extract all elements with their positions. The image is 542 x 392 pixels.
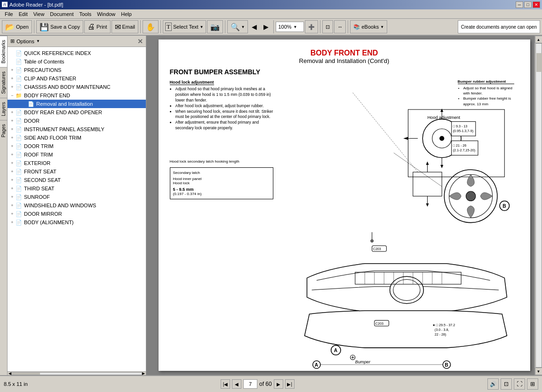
- close-button[interactable]: ✕: [533, 1, 540, 8]
- grid-view-button[interactable]: ⊞: [527, 378, 538, 390]
- scroll-down-button[interactable]: ▼: [535, 368, 542, 375]
- next-page-view[interactable]: ▶: [261, 20, 271, 33]
- bottom-nav-area: 8.5 x 11 in: [4, 381, 28, 387]
- doc-icon: 📄: [15, 160, 23, 166]
- last-page-button[interactable]: ▶|: [285, 379, 295, 389]
- minimize-button[interactable]: ─: [516, 1, 523, 8]
- prev-page-view[interactable]: ◀: [249, 20, 260, 33]
- maximize-button[interactable]: □: [524, 1, 532, 8]
- right-scrollbar[interactable]: ▲ ▼: [534, 36, 542, 375]
- nav-controls: |◀ ◀ of 60 ▶ ▶|: [221, 379, 295, 389]
- scroll-track[interactable]: [11, 372, 142, 375]
- pdf-text-column: Hood lock adjustment Adjust hood so that…: [170, 79, 273, 361]
- tree-item-front-seat[interactable]: + 📄 FRONT SEAT: [8, 167, 146, 176]
- zoom-in-button[interactable]: ➕: [305, 20, 318, 33]
- scroll-track[interactable]: [535, 43, 542, 368]
- tree-item-body-front[interactable]: − 📁 BODY FRONT END: [8, 91, 146, 100]
- tree-label: CHASSIS AND BODY MAINTENANC: [24, 84, 111, 90]
- tree-item-precautions[interactable]: + 📄 PRECAUTIONS: [8, 66, 146, 74]
- fit-page-button[interactable]: ⊡: [322, 20, 333, 33]
- menu-help[interactable]: Help: [118, 10, 135, 18]
- panel-options-button[interactable]: ⊞ Options ▼: [10, 38, 40, 44]
- doc-icon: 📄: [15, 134, 23, 141]
- horizontal-scrollbar[interactable]: ◀ ▶: [8, 371, 146, 375]
- menu-window[interactable]: Window: [94, 10, 118, 18]
- tree-item-chassis[interactable]: + 📄 CHASSIS AND BODY MAINTENANC: [8, 83, 146, 91]
- tree-item-roof-trim[interactable]: + 📄 ROOF TRIM: [8, 150, 146, 159]
- first-page-button[interactable]: |◀: [221, 379, 230, 389]
- expand-icon: +: [9, 110, 15, 115]
- panel-options-label: Options: [16, 39, 34, 44]
- tree-item-toc[interactable]: 📄 Table of Contents: [8, 57, 146, 66]
- zoom-out-button[interactable]: 🔍 ▼: [227, 20, 248, 33]
- open-button[interactable]: 📂 Open: [2, 20, 32, 33]
- menu-view[interactable]: View: [31, 10, 48, 18]
- fullscreen-button[interactable]: ⛶: [514, 378, 525, 390]
- zoom-dropdown-icon: ▼: [241, 25, 245, 29]
- hood-lock-item-2: After hood lock adjustment, adjust bumpe…: [175, 103, 273, 109]
- toolbar-separator-1: [34, 20, 34, 33]
- title-bar-text: Adobe Reader - [bt.pdf]: [9, 2, 63, 8]
- dimension-1-in: (0.197 - 0.374 in): [173, 192, 270, 196]
- tree-item-instrument[interactable]: + 📄 INSTRUMENT PANEL ASSEMBLY: [8, 125, 146, 133]
- svg-text:(3.0 - 3.8,: (3.0 - 3.8,: [434, 328, 449, 332]
- audio-button[interactable]: 🔊: [487, 378, 499, 390]
- doc-icon: 📄: [15, 58, 23, 65]
- svg-text:C203: C203: [373, 247, 381, 251]
- current-page-input[interactable]: [243, 379, 257, 389]
- print-button[interactable]: 🖨 Print: [84, 20, 111, 33]
- tree-item-quick-ref[interactable]: 📄 QUICK REFERENCE INDEX: [8, 49, 146, 57]
- pdf-scroll[interactable]: BODY FRONT END Removal and Installation …: [146, 36, 542, 375]
- doc-icon: 📄: [27, 101, 35, 107]
- menu-bar: File Edit View Document Tools Window Hel…: [0, 9, 542, 19]
- expand-icon: +: [9, 211, 15, 217]
- pages-tab[interactable]: Pages: [0, 120, 7, 141]
- save-button[interactable]: 💾 Save a Copy: [36, 20, 83, 33]
- tree-item-door-trim[interactable]: + 📄 DOOR TRIM: [8, 142, 146, 150]
- tree-item-side-floor[interactable]: + 📄 SIDE AND FLOOR TRIM: [8, 133, 146, 142]
- expand-icon: +: [9, 177, 15, 183]
- toolbar-separator-6: [320, 20, 320, 33]
- tree-item-door-mirror[interactable]: + 📄 DOOR MIRROR: [8, 210, 146, 218]
- hand-icon: ✋: [146, 23, 155, 31]
- panel-close-button[interactable]: ✕: [137, 38, 143, 45]
- expand-icon: +: [9, 169, 15, 174]
- prev-page-button[interactable]: ◀: [232, 379, 241, 389]
- svg-marker-24: [426, 162, 429, 165]
- tree-item-third-seat[interactable]: + 📄 THIRD SEAT: [8, 184, 146, 193]
- tree-label: CLIP AND FASTENER: [24, 76, 76, 81]
- tree-item-clip[interactable]: + 📄 CLIP AND FASTENER: [8, 74, 146, 83]
- create-docs-button[interactable]: Create documents anyone can open: [458, 20, 540, 33]
- tree-item-second-seat[interactable]: + 📄 SECOND SEAT: [8, 176, 146, 184]
- layers-tab[interactable]: Layers: [0, 98, 7, 120]
- email-button[interactable]: ✉ Email: [112, 20, 139, 33]
- select-text-button[interactable]: T Select Text ▼: [163, 20, 206, 33]
- svg-rect-22: [413, 172, 441, 196]
- next-page-button[interactable]: ▶: [274, 379, 283, 389]
- scroll-up-button[interactable]: ▲: [535, 36, 542, 43]
- doc-icon: 📄: [15, 67, 23, 73]
- tree-label: BODY REAR END AND OPENER: [24, 110, 102, 115]
- menu-document[interactable]: Document: [47, 10, 76, 18]
- zoom-fit-button[interactable]: ⊡: [501, 378, 512, 390]
- tree-item-windshield[interactable]: + 📄 WINDSHIELD AND WINDOWS: [8, 201, 146, 210]
- menu-edit[interactable]: Edit: [16, 10, 31, 18]
- signatures-tab[interactable]: Signatures: [0, 67, 7, 98]
- doc-icon: 📄: [15, 194, 23, 200]
- doc-icon: 📄: [15, 151, 23, 158]
- tree-item-body-align[interactable]: + 📄 BODY (ALIGNMENT): [8, 218, 146, 227]
- tree-item-body-rear[interactable]: + 📄 BODY REAR END AND OPENER: [8, 108, 146, 117]
- ebooks-button[interactable]: 📚 eBooks ▼: [350, 20, 387, 33]
- tree-item-door[interactable]: + 📄 DOOR: [8, 117, 146, 125]
- tree-item-removal[interactable]: 📄 Removal and Installation: [8, 100, 146, 108]
- bookmarks-tab[interactable]: Bookmarks: [0, 36, 7, 67]
- expand-icon: [22, 101, 27, 107]
- tree-item-sunroof[interactable]: + 📄 SUNROOF: [8, 193, 146, 201]
- hand-tool-button[interactable]: ✋: [143, 20, 159, 33]
- menu-tools[interactable]: Tools: [77, 10, 95, 18]
- fit-width-button[interactable]: ↔: [334, 20, 346, 33]
- menu-file[interactable]: File: [2, 10, 16, 18]
- tree-item-exterior[interactable]: + 📄 EXTERIOR: [8, 159, 146, 167]
- snapshot-button[interactable]: 📷: [207, 20, 223, 33]
- scroll-thumb: [12, 373, 40, 375]
